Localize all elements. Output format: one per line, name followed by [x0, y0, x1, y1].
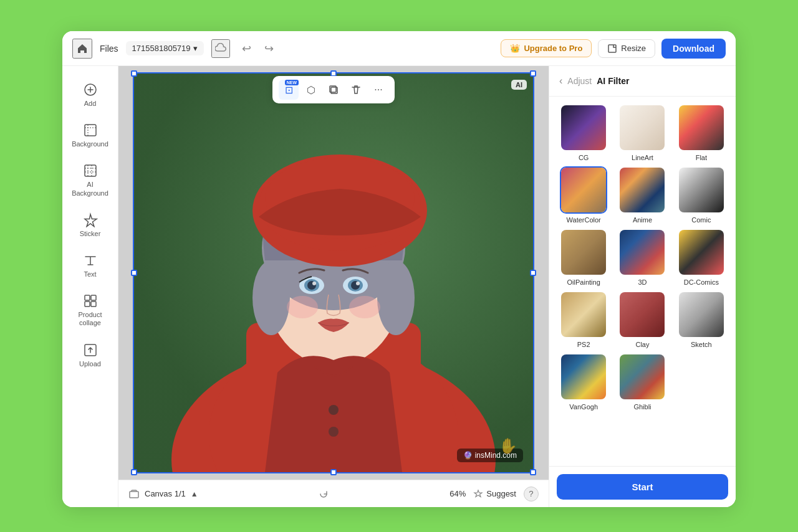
filter-label-3d: 3D — [638, 278, 647, 286]
filter-thumb-dccomics — [678, 229, 725, 276]
svg-rect-15 — [246, 323, 421, 472]
filter-dccomics[interactable]: DC-Comics — [675, 229, 728, 286]
svg-rect-12 — [134, 74, 533, 472]
filter-thumb-cg — [560, 104, 607, 151]
sidebar-item-upload[interactable]: Upload — [66, 336, 115, 374]
product-collage-icon — [83, 293, 98, 308]
sidebar-item-text[interactable]: Text — [66, 247, 115, 285]
sidebar-item-ai-background[interactable]: AI Background — [66, 157, 115, 203]
svg-point-21 — [377, 260, 415, 335]
canvas-container[interactable]: ⊡ NEW ⬡ — [118, 66, 549, 480]
redo-button[interactable]: ↪ — [260, 39, 279, 58]
svg-point-33 — [287, 296, 318, 318]
svg-point-16 — [296, 335, 371, 435]
handle-middle-left[interactable] — [131, 270, 137, 276]
filter-label-lineart: LineArt — [632, 154, 653, 161]
filter-anime[interactable]: Anime — [615, 166, 669, 224]
start-button[interactable]: Start — [557, 474, 728, 500]
sidebar-add-label: Add — [84, 100, 97, 108]
svg-point-25 — [299, 277, 324, 294]
svg-point-23 — [259, 158, 421, 251]
home-button[interactable] — [72, 39, 92, 59]
sidebar-item-background[interactable]: Background — [66, 116, 115, 154]
canvas-image-wrapper[interactable]: AI 🔮 insMind.com — [133, 72, 534, 473]
ai-background-icon — [83, 163, 98, 178]
filter-label-anime: Anime — [633, 216, 652, 224]
sidebar-item-product-collage[interactable]: Product collage — [66, 287, 115, 333]
handle-bottom-left[interactable] — [131, 469, 137, 475]
filter-ghibli[interactable]: Ghibli — [615, 353, 669, 411]
handle-bottom-right[interactable] — [530, 469, 536, 475]
filter-3d[interactable]: 3D — [615, 229, 669, 286]
panel-footer: Start — [549, 466, 736, 507]
filter-vangogh[interactable]: VanGogh — [557, 353, 610, 411]
filter-watercolor[interactable]: WaterColor — [557, 166, 610, 224]
tab-adjust[interactable]: Adjust — [567, 75, 592, 87]
upgrade-button[interactable]: 👑 Upgrade to Pro — [501, 39, 592, 57]
filter-label-clay: Clay — [635, 341, 649, 348]
main-content: Add Background AI Background — [62, 66, 736, 507]
filter-label-flat: Flat — [696, 154, 707, 161]
filter-label-ps2: PS2 — [577, 341, 590, 348]
filter-comic[interactable]: Comic — [675, 166, 728, 224]
delete-tool-button[interactable] — [346, 80, 366, 100]
svg-point-24 — [265, 158, 415, 239]
svg-point-31 — [351, 281, 360, 290]
more-icon: ··· — [374, 84, 382, 95]
duplicate-tool-button[interactable] — [324, 80, 344, 100]
add-icon — [83, 82, 98, 97]
filter-thumb-lineart — [618, 104, 666, 151]
filter-thumb-oilpainting — [560, 229, 607, 276]
suggest-button[interactable]: Suggest — [473, 489, 516, 499]
filter-ps2[interactable]: PS2 — [557, 291, 610, 348]
filter-thumb-watercolor — [560, 166, 607, 214]
handle-top-left[interactable] — [131, 70, 137, 77]
panel-back-button[interactable]: ‹ — [559, 75, 562, 87]
ai-select-icon: ⊡ — [285, 84, 293, 96]
help-button[interactable]: ? — [524, 487, 539, 501]
filter-sketch[interactable]: Sketch — [675, 291, 728, 348]
filter-clay[interactable]: Clay — [615, 291, 669, 348]
crop-tool-button[interactable]: ⬡ — [301, 80, 321, 100]
right-panel: ‹ Adjust AI Filter CG LineArt — [549, 66, 736, 507]
download-button[interactable]: Download — [661, 39, 726, 59]
ai-select-tool-button[interactable]: ⊡ NEW — [279, 80, 299, 100]
filter-thumb-3d — [618, 229, 666, 276]
files-link[interactable]: Files — [100, 44, 118, 54]
svg-rect-17 — [318, 304, 349, 354]
delete-icon — [350, 84, 362, 95]
svg-rect-5 — [91, 295, 96, 300]
tab-ai-filter[interactable]: AI Filter — [597, 75, 629, 87]
more-tool-button[interactable]: ··· — [368, 80, 388, 100]
filter-thumb-comic — [678, 166, 725, 214]
undo-button[interactable]: ↩ — [238, 39, 256, 58]
file-id-button[interactable]: 1715581805719 ▾ — [126, 41, 204, 55]
canvas-expand-button[interactable]: ▲ — [191, 490, 198, 498]
svg-rect-7 — [91, 302, 96, 306]
sidebar-item-sticker[interactable]: Sticker — [66, 206, 115, 244]
svg-point-19 — [262, 186, 405, 310]
svg-point-30 — [348, 279, 363, 292]
svg-point-13 — [171, 348, 496, 472]
filter-oilpainting[interactable]: OilPainting — [557, 229, 610, 286]
canvas-info: Canvas 1/1 ▲ — [128, 488, 198, 500]
refresh-icon[interactable] — [318, 488, 329, 500]
cloud-sync-button[interactable] — [211, 39, 230, 58]
handle-middle-right[interactable] — [530, 270, 536, 276]
canvas-page-label: Canvas 1/1 — [145, 489, 186, 498]
handle-top-right[interactable] — [530, 70, 536, 77]
canvas-image: AI 🔮 insMind.com — [134, 74, 533, 472]
filter-lineart[interactable]: LineArt — [615, 104, 669, 161]
cursor-indicator: ✋ — [499, 437, 517, 455]
filter-cg[interactable]: CG — [557, 104, 610, 161]
suggest-icon — [473, 489, 483, 499]
svg-point-18 — [265, 204, 402, 366]
filter-label-dccomics: DC-Comics — [684, 278, 719, 286]
sidebar-item-add[interactable]: Add — [66, 76, 115, 114]
filter-label-cg: CG — [579, 154, 589, 161]
filter-flat[interactable]: Flat — [675, 104, 728, 161]
history-buttons: ↩ ↪ — [238, 39, 279, 58]
svg-rect-11 — [134, 74, 533, 472]
handle-bottom-center[interactable] — [330, 469, 337, 475]
resize-button[interactable]: Resize — [598, 39, 655, 58]
